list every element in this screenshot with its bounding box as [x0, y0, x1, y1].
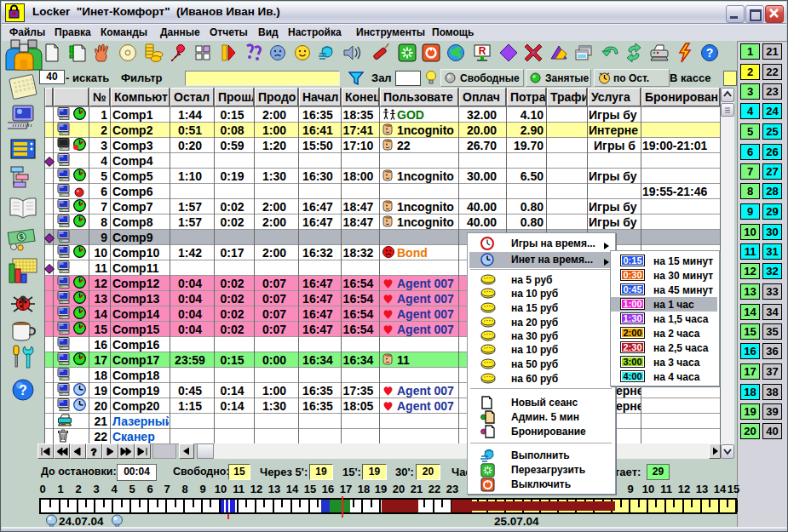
- svg-text:?: ?: [19, 383, 27, 398]
- svg-text:?: ?: [706, 46, 714, 60]
- svg-text:?: ?: [91, 447, 97, 457]
- svg-text:R: R: [479, 45, 486, 57]
